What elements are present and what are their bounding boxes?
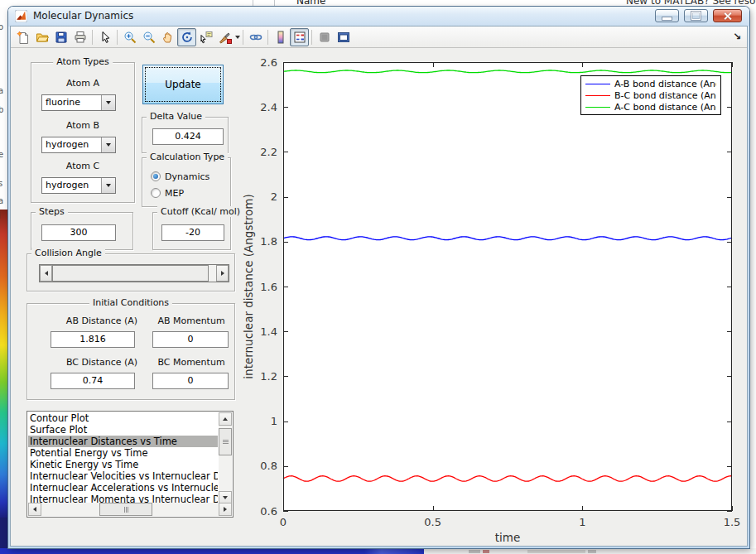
printer-icon: [74, 31, 87, 44]
new-figure-button[interactable]: [13, 28, 32, 46]
panel-title: Steps: [36, 206, 68, 217]
legend-label: A-B bond distance (Ang): [614, 79, 716, 89]
atom-a-select[interactable]: fluorine: [41, 94, 116, 111]
dock-window-icon: [337, 31, 350, 44]
svg-text:1.5: 1.5: [724, 516, 741, 528]
chevron-down-icon[interactable]: [101, 137, 115, 152]
radio-unselected-icon: [151, 188, 161, 198]
update-button[interactable]: Update: [142, 65, 224, 104]
ab-momentum-field[interactable]: 0: [152, 331, 229, 348]
pan-button[interactable]: [158, 28, 177, 46]
list-item[interactable]: Internuclear Distances vs Time: [28, 436, 218, 447]
cutoff-field[interactable]: -20: [161, 224, 224, 241]
save-icon: [55, 31, 68, 44]
toolbar-separator: [311, 30, 312, 45]
dock-figure-arrow[interactable]: ↘: [733, 31, 741, 42]
brush-data-button[interactable]: [215, 28, 234, 46]
atom-c-label: Atom C: [31, 161, 134, 171]
hide-plot-tools-icon: [318, 31, 331, 44]
background-name-header: Name: [296, 0, 325, 7]
vertical-scroll-thumb[interactable]: [219, 428, 232, 455]
bc-momentum-field[interactable]: 0: [152, 373, 229, 389]
bc-distance-field[interactable]: 0.74: [51, 373, 135, 389]
edit-plot-button[interactable]: [95, 28, 114, 46]
banner-text: New to MATLAB? See resources for: [626, 0, 756, 7]
plot-type-listbox[interactable]: Contour PlotSurface PlotInternuclear Dis…: [26, 411, 234, 518]
svg-text:2.4: 2.4: [260, 101, 277, 113]
figure-client-area: 00.511.50.60.811.21.41.61.822.22.42.6 in…: [11, 49, 747, 546]
svg-text:1.2: 1.2: [260, 370, 277, 383]
list-item[interactable]: Contour Plot: [28, 412, 218, 424]
svg-text:2.6: 2.6: [260, 56, 277, 69]
hide-plot-tools-button[interactable]: [315, 28, 334, 46]
initial-conditions-panel: Initial Conditions AB Distance (A) AB Mo…: [26, 303, 235, 400]
slider-thumb[interactable]: [52, 265, 209, 282]
zoom-in-icon: [123, 31, 137, 44]
ab-distance-field[interactable]: 1.816: [51, 331, 135, 348]
slider-right-arrow[interactable]: [216, 265, 229, 282]
atom-b-label: Atom B: [31, 120, 134, 131]
show-plot-tools-button[interactable]: [334, 28, 353, 46]
list-item[interactable]: Internuclear Velocities vs Internuclear …: [28, 470, 218, 482]
svg-text:1.4: 1.4: [260, 325, 277, 338]
open-file-button[interactable]: [32, 28, 51, 46]
svg-text:0: 0: [280, 516, 287, 528]
cutoff-panel: Cutoff (Kcal/ mol) -20: [152, 212, 231, 250]
slider-left-arrow[interactable]: [40, 265, 52, 282]
svg-text:1.8: 1.8: [260, 235, 277, 248]
svg-text:1.6: 1.6: [260, 281, 277, 293]
data-cursor-button[interactable]: [196, 28, 215, 46]
scroll-up-arrow[interactable]: [219, 412, 232, 426]
legend-entry[interactable]: A-B bond distance (Ang): [581, 78, 720, 89]
horizontal-scrollbar[interactable]: [28, 503, 232, 516]
zoom-out-button[interactable]: [139, 28, 158, 46]
save-figure-button[interactable]: [51, 28, 70, 46]
rotate-3d-button[interactable]: [177, 28, 196, 46]
vertical-scrollbar[interactable]: [219, 412, 232, 504]
list-item[interactable]: Potential Energy vs Time: [28, 447, 218, 459]
horizontal-scroll-thumb[interactable]: [99, 503, 152, 516]
scroll-right-arrow[interactable]: [219, 503, 232, 516]
x-axis-label: time: [474, 531, 541, 544]
minimize-button[interactable]: [655, 9, 679, 22]
plot-background: [283, 62, 732, 511]
chevron-down-icon[interactable]: [101, 95, 115, 110]
delta-value-field[interactable]: 0.424: [152, 128, 224, 145]
atom-c-select[interactable]: hydrogen: [41, 177, 116, 194]
steps-field[interactable]: 300: [41, 224, 116, 241]
panel-title: Delta Value: [147, 111, 205, 122]
radio-mep[interactable]: MEP: [151, 186, 184, 200]
legend-entry[interactable]: A-C bond distance (Ang): [581, 101, 720, 113]
radio-label: Dynamics: [165, 171, 209, 182]
svg-text:0.5: 0.5: [424, 516, 441, 528]
rotate-icon: [181, 31, 194, 44]
minimize-icon: [662, 17, 672, 20]
radio-dynamics[interactable]: Dynamics: [151, 170, 209, 183]
list-item[interactable]: Internuclear Accelerations vs Internucle…: [28, 482, 218, 494]
legend-entry[interactable]: B-C bond distance (Ang): [581, 89, 720, 101]
list-item[interactable]: Kinetic Energy vs Time: [28, 459, 218, 470]
chevron-down-icon[interactable]: [235, 36, 240, 39]
background-fragment: [527, 550, 585, 553]
insert-legend-button[interactable]: [290, 28, 309, 46]
titlebar[interactable]: Molecular Dynamics: [8, 7, 749, 26]
figure-window: Molecular Dynamics ↘ 00.511.50.60.811.21…: [8, 7, 749, 548]
list-item[interactable]: Surface Plot: [28, 424, 218, 436]
plot-legend[interactable]: A-B bond distance (Ang)B-C bond distance…: [580, 75, 721, 115]
background-text-fragment: e: [0, 150, 3, 159]
maximize-icon: [691, 12, 701, 20]
insert-colorbar-button[interactable]: [271, 28, 290, 46]
close-button[interactable]: [713, 9, 742, 22]
atom-b-value: hydrogen: [46, 139, 89, 150]
cursor-icon: [99, 31, 112, 44]
bc-distance-label: BC Distance (A): [52, 357, 152, 368]
print-figure-button[interactable]: [70, 28, 89, 46]
atom-b-select[interactable]: hydrogen: [41, 137, 116, 153]
maximize-button[interactable]: [684, 9, 708, 22]
zoom-in-button[interactable]: [120, 28, 139, 46]
scroll-left-arrow[interactable]: [28, 503, 41, 516]
collision-angle-slider[interactable]: [39, 264, 229, 282]
zoom-out-icon: [142, 31, 156, 44]
chevron-down-icon[interactable]: [101, 178, 115, 193]
link-plot-button[interactable]: [246, 28, 265, 46]
